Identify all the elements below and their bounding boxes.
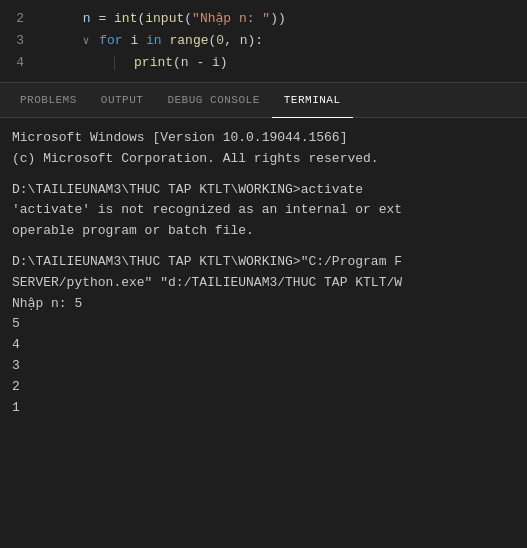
line-number-2: 2 xyxy=(0,8,36,30)
tab-terminal[interactable]: TERMINAL xyxy=(272,83,353,118)
terminal-line-8: Nhập n: 5 xyxy=(12,294,515,315)
code-editor: 2 n = int(input("Nhập n: ")) 3 ∨ for i i… xyxy=(0,0,527,83)
terminal-line-10: 4 xyxy=(12,335,515,356)
tab-debug-console[interactable]: DEBUG CONSOLE xyxy=(155,83,271,118)
terminal-blank-1 xyxy=(12,170,515,180)
terminal-line-11: 3 xyxy=(12,356,515,377)
code-line-4: 4 print(n - i) xyxy=(0,52,527,74)
tab-problems[interactable]: PROBLEMS xyxy=(8,83,89,118)
panel-tabs: PROBLEMS OUTPUT DEBUG CONSOLE TERMINAL xyxy=(0,83,527,118)
terminal-line-5: operable program or batch file. xyxy=(12,221,515,242)
terminal[interactable]: Microsoft Windows [Version 10.0.19044.15… xyxy=(0,118,527,428)
terminal-blank-2 xyxy=(12,242,515,252)
terminal-line-7: SERVER/python.exe" "d:/TAILIEUNAM3/THUC … xyxy=(12,273,515,294)
terminal-line-9: 5 xyxy=(12,314,515,335)
terminal-line-3: D:\TAILIEUNAM3\THUC TAP KTLT\WORKING>act… xyxy=(12,180,515,201)
tab-output[interactable]: OUTPUT xyxy=(89,83,156,118)
terminal-line-13: 1 xyxy=(12,398,515,419)
terminal-line-2: (c) Microsoft Corporation. All rights re… xyxy=(12,149,515,170)
terminal-line-12: 2 xyxy=(12,377,515,398)
line-number-4: 4 xyxy=(0,52,36,74)
line-number-3: 3 xyxy=(0,30,36,52)
terminal-line-4: 'activate' is not recognized as an inter… xyxy=(12,200,515,221)
terminal-line-6: D:\TAILIEUNAM3\THUC TAP KTLT\WORKING>"C:… xyxy=(12,252,515,273)
terminal-line-1: Microsoft Windows [Version 10.0.19044.15… xyxy=(12,128,515,149)
